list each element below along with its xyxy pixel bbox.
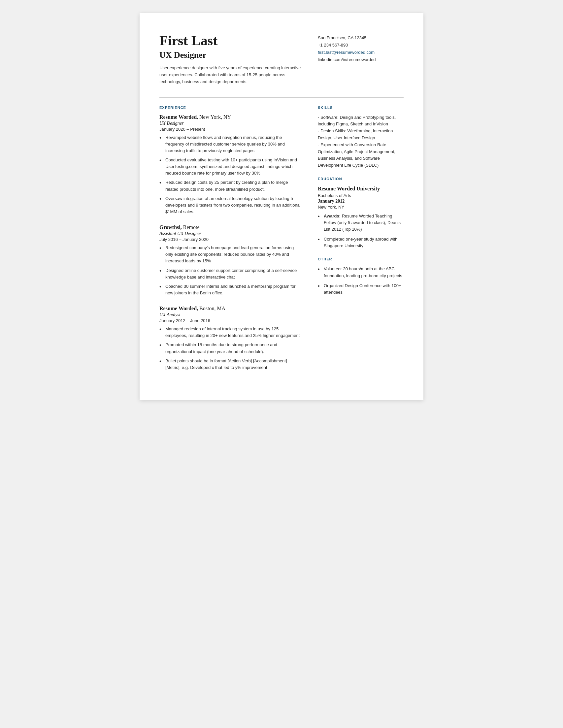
company-line-3: Resume Worded, Boston, MA: [159, 306, 301, 312]
contact-info: San Francisco, CA 12345 +1 234 567-890 f…: [318, 33, 404, 85]
job-title-3: UX Analyst: [159, 312, 301, 317]
header-divider: [159, 97, 404, 98]
bullet-list-3: Managed redesign of internal tracking sy…: [159, 326, 301, 371]
bullet-2-3: Coached 30 summer interns and launched a…: [159, 283, 301, 296]
edu-date: January 2012: [318, 199, 404, 204]
bullet-list-2: Redesigned company's homepage and lead g…: [159, 245, 301, 296]
skills-section: SKILLS - Software: Design and Prototypin…: [318, 106, 404, 169]
other-section: OTHER Volunteer 20 hours/month at the AB…: [318, 257, 404, 296]
date-line-3: January 2012 – June 2016: [159, 318, 301, 323]
candidate-name: First Last: [159, 33, 305, 48]
education-section: EDUCATION Resume Worded University Bache…: [318, 177, 404, 249]
other-heading: OTHER: [318, 257, 404, 261]
company-location-1: New York, NY: [198, 114, 231, 120]
edu-location: New York, NY: [318, 205, 404, 210]
other-bullets: Volunteer 20 hours/month at the ABC foun…: [318, 266, 404, 296]
other-bullet-2: Organized Design Conference with 100+ at…: [318, 282, 404, 296]
candidate-title: UX Designer: [159, 50, 305, 60]
header-section: First Last UX Designer User experience d…: [159, 33, 404, 85]
contact-phone: +1 234 567-890: [318, 42, 404, 49]
edu-bullet-1: Awards: Resume Worded Teaching Fellow (o…: [318, 213, 404, 233]
company-name-3: Resume Worded,: [159, 306, 198, 311]
right-column: SKILLS - Software: Design and Prototypin…: [318, 106, 404, 380]
bullet-2-2: Designed online customer support center …: [159, 267, 301, 281]
bullet-3-3: Bullet points should be in format [Actio…: [159, 358, 301, 371]
company-name-1: Resume Worded,: [159, 114, 198, 120]
job-block-2: Growthsi, Remote Assistant UX Designer J…: [159, 224, 301, 296]
edu-bullet-1-label: Awards:: [324, 214, 341, 218]
job-block-3: Resume Worded, Boston, MA UX Analyst Jan…: [159, 306, 301, 371]
bullet-1-2: Conducted evaluative testing with 10+ pa…: [159, 157, 301, 177]
company-line-2: Growthsi, Remote: [159, 224, 301, 230]
job-block-1: Resume Worded, New York, NY UX Designer …: [159, 114, 301, 215]
bullet-3-2: Promoted within 18 months due to strong …: [159, 342, 301, 355]
bullet-2-1: Redesigned company's homepage and lead g…: [159, 245, 301, 264]
edu-degree: Bachelor's of Arts: [318, 193, 404, 198]
date-line-2: July 2016 – January 2020: [159, 237, 301, 242]
contact-linkedin: linkedin.com/in/resumeworded: [318, 56, 404, 63]
edu-bullets: Awards: Resume Worded Teaching Fellow (o…: [318, 213, 404, 249]
left-column: EXPERIENCE Resume Worded, New York, NY U…: [159, 106, 318, 380]
other-bullet-1: Volunteer 20 hours/month at the ABC foun…: [318, 266, 404, 279]
edu-school: Resume Worded University: [318, 185, 404, 192]
candidate-summary: User experience designer with five years…: [159, 65, 305, 85]
skills-heading: SKILLS: [318, 106, 404, 110]
company-location-3: Boston, MA: [198, 306, 225, 311]
body-columns: EXPERIENCE Resume Worded, New York, NY U…: [159, 106, 404, 380]
bullet-3-1: Managed redesign of internal tracking sy…: [159, 326, 301, 339]
bullet-1-4: Oversaw integration of an external techn…: [159, 195, 301, 215]
edu-bullet-2: Completed one-year study abroad with Sin…: [318, 236, 404, 249]
bullet-list-1: Revamped website flows and navigation me…: [159, 134, 301, 215]
job-title-1: UX Designer: [159, 121, 301, 126]
email-link[interactable]: first.last@resumeworded.com: [318, 50, 375, 55]
company-line-1: Resume Worded, New York, NY: [159, 114, 301, 120]
edu-bullet-2-text: Completed one-year study abroad with Sin…: [324, 237, 397, 248]
skills-text: - Software: Design and Prototyping tools…: [318, 114, 404, 169]
experience-heading: EXPERIENCE: [159, 106, 301, 110]
job-title-2: Assistant UX Designer: [159, 231, 301, 236]
date-line-1: January 2020 – Present: [159, 127, 301, 132]
bullet-1-3: Reduced design costs by 25 percent by cr…: [159, 179, 301, 192]
resume-document: First Last UX Designer User experience d…: [140, 13, 423, 400]
contact-address: San Francisco, CA 12345: [318, 34, 404, 42]
header-left: First Last UX Designer User experience d…: [159, 33, 318, 85]
company-location-2: Remote: [182, 224, 200, 230]
contact-email: first.last@resumeworded.com: [318, 49, 404, 56]
bullet-1-1: Revamped website flows and navigation me…: [159, 134, 301, 154]
education-heading: EDUCATION: [318, 177, 404, 181]
company-name-2: Growthsi,: [159, 224, 182, 230]
